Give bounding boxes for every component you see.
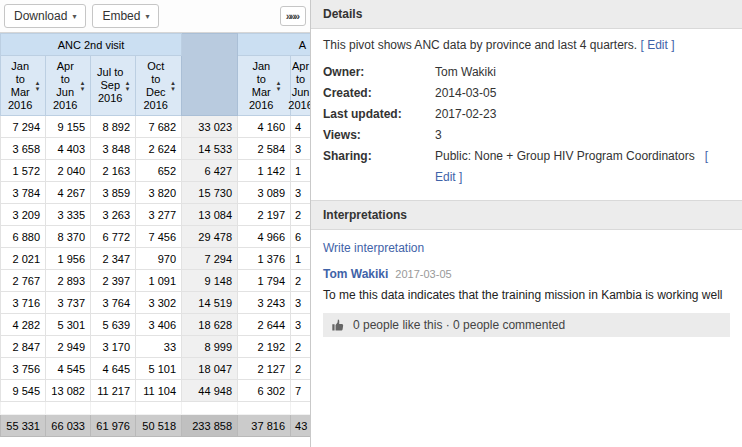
data-cell-clipped: 3 [291, 182, 310, 204]
data-cell-clipped: 1 [291, 160, 310, 182]
interpretations-header: Interpretations [311, 200, 742, 230]
write-interpretation-link[interactable]: Write interpretation [323, 241, 424, 255]
chevron-down-icon: ▾ [145, 12, 149, 21]
last-updated-label: Last updated: [323, 104, 435, 125]
toolbar: Download ▾ Embed ▾ »»» [0, 0, 310, 33]
comment-date: 2017-03-05 [395, 268, 451, 280]
data-cell-clipped: 2 [291, 336, 310, 358]
row-total-cell: 33 023 [182, 116, 238, 138]
data-cell-clipped: 2 [291, 270, 310, 292]
sharing-label: Sharing: [323, 146, 435, 188]
row-total-cell: 6 427 [182, 160, 238, 182]
column-header-q6-clipped[interactable]: Apr to Jun 2016 [291, 56, 310, 116]
data-cell: 3 263 [91, 204, 136, 226]
row-total-cell: 18 628 [182, 314, 238, 336]
table-row: 4 282 5 301 5 639 3 406 18 628 2 644 3 [1, 314, 311, 336]
interpretations-body: Write interpretation Tom Wakiki2017-03-0… [311, 230, 742, 349]
details-header: Details [311, 0, 742, 29]
data-cell: 3 243 [238, 292, 291, 314]
data-cell-clipped: 4 [291, 116, 310, 138]
data-cell: 4 403 [46, 138, 91, 160]
empty-cell [238, 402, 291, 415]
period-header-row: Jan to Mar 2016▴▾ Apr to Jun 2016▴▾ Jul … [1, 56, 311, 116]
table-row: 3 209 3 335 3 263 3 277 13 084 2 197 2 [1, 204, 311, 226]
data-cell: 4 282 [1, 314, 46, 336]
pivot-area: Download ▾ Embed ▾ »»» ANC 2nd visit A [0, 0, 310, 447]
data-cell: 2 847 [1, 336, 46, 358]
column-header-q1[interactable]: Jan to Mar 2016▴▾ [1, 56, 46, 116]
data-cell: 4 267 [46, 182, 91, 204]
column-group-total [182, 34, 238, 116]
column-header-q5[interactable]: Jan to Mar 2016▴▾ [238, 56, 291, 116]
data-cell: 5 101 [136, 358, 182, 380]
sort-icon[interactable]: ▴▾ [81, 80, 85, 92]
views-label: Views: [323, 125, 435, 146]
data-cell: 4 966 [238, 226, 291, 248]
sort-icon[interactable]: ▴▾ [171, 80, 175, 92]
embed-button[interactable]: Embed ▾ [92, 4, 159, 28]
comment-author-link[interactable]: Tom Wakiki [323, 267, 388, 281]
like-row: 0 people like this · 0 people commented [323, 313, 730, 337]
empty-cell [182, 402, 238, 415]
sort-icon[interactable]: ▴▾ [126, 80, 130, 92]
data-cell: 4 645 [91, 358, 136, 380]
data-cell: 1 376 [238, 248, 291, 270]
data-cell: 3 089 [238, 182, 291, 204]
sort-icon[interactable]: ▴▾ [277, 80, 281, 92]
data-cell: 3 277 [136, 204, 182, 226]
data-cell: 3 170 [91, 336, 136, 358]
details-description: This pivot shows ANC data by province an… [323, 38, 637, 52]
data-cell: 1 142 [238, 160, 291, 182]
download-button-label: Download [14, 9, 67, 23]
views-value: 3 [435, 125, 730, 146]
data-cell: 2 767 [1, 270, 46, 292]
total-cell: 61 976 [91, 415, 136, 437]
data-cell: 5 301 [46, 314, 91, 336]
data-cell-clipped: 3 [291, 138, 310, 160]
data-cell: 6 880 [1, 226, 46, 248]
data-cell-clipped: 2 [291, 358, 310, 380]
column-group-anc-2nd-visit: ANC 2nd visit [1, 34, 182, 56]
description-edit-link[interactable]: [ Edit ] [641, 38, 675, 52]
data-cell: 2 197 [238, 204, 291, 226]
data-cell: 1 794 [238, 270, 291, 292]
data-cell: 7 456 [136, 226, 182, 248]
data-cell: 3 848 [91, 138, 136, 160]
grand-total-cell: 233 858 [182, 415, 238, 437]
row-total-cell: 15 730 [182, 182, 238, 204]
sort-icon[interactable]: ▴▾ [36, 80, 40, 92]
table-row: 3 716 3 737 3 764 3 302 14 519 3 243 3 [1, 292, 311, 314]
details-panel: Details This pivot shows ANC data by pro… [310, 0, 742, 447]
data-cell: 2 192 [238, 336, 291, 358]
toggle-details-button[interactable]: »»» [280, 6, 306, 26]
column-header-q3[interactable]: Jul to Sep 2016▴▾ [91, 56, 136, 116]
data-cell: 3 302 [136, 292, 182, 314]
pivot-table: ANC 2nd visit A Jan to Mar 2016▴▾ Apr to… [0, 33, 310, 437]
data-cell: 2 949 [46, 336, 91, 358]
data-cell-clipped: 3 [291, 292, 310, 314]
data-cell: 2 347 [91, 248, 136, 270]
column-header-q2[interactable]: Apr to Jun 2016▴▾ [46, 56, 91, 116]
data-cell: 8 892 [91, 116, 136, 138]
download-button[interactable]: Download ▾ [4, 4, 86, 28]
data-cell: 2 127 [238, 358, 291, 380]
sharing-value: Public: None + Group HIV Program Coordin… [435, 146, 730, 188]
chevron-down-icon: ▾ [72, 12, 76, 21]
total-cell: 66 033 [46, 415, 91, 437]
total-cell: 37 816 [238, 415, 291, 437]
table-row: 7 294 9 155 8 892 7 682 33 023 4 160 4 [1, 116, 311, 138]
data-cell: 970 [136, 248, 182, 270]
thumbs-up-icon[interactable] [331, 318, 345, 332]
data-cell: 4 160 [238, 116, 291, 138]
row-total-cell: 29 478 [182, 226, 238, 248]
column-group-anc-3rd-visit: A [238, 34, 310, 56]
details-body: This pivot shows ANC data by province an… [311, 29, 742, 200]
interpretation-comment: Tom Wakiki2017-03-05 To me this data ind… [323, 267, 730, 337]
column-header-q4[interactable]: Oct to Dec 2016▴▾ [136, 56, 182, 116]
empty-cell [291, 402, 310, 415]
row-total-cell: 9 148 [182, 270, 238, 292]
row-total-cell: 18 047 [182, 358, 238, 380]
pivot-table-container: ANC 2nd visit A Jan to Mar 2016▴▾ Apr to… [0, 33, 310, 447]
empty-cell [91, 402, 136, 415]
data-cell: 11 104 [136, 380, 182, 402]
